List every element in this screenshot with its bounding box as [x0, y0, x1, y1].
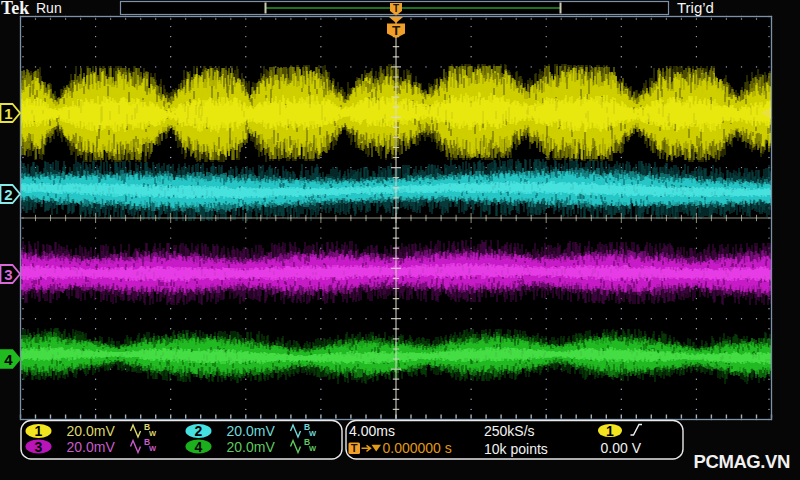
svg-text:PCMAG.VN: PCMAG.VN — [694, 451, 791, 472]
svg-text:2: 2 — [4, 186, 12, 203]
svg-text:0.00 V: 0.00 V — [601, 440, 642, 456]
svg-text:4: 4 — [4, 351, 13, 368]
svg-text:1: 1 — [606, 423, 614, 439]
svg-text:W: W — [149, 444, 157, 453]
svg-text:20.0mV: 20.0mV — [67, 423, 116, 439]
svg-text:T: T — [351, 442, 358, 454]
svg-text:T: T — [392, 23, 401, 38]
svg-text:10k points: 10k points — [484, 441, 548, 457]
svg-text:Trig’d: Trig’d — [677, 0, 714, 16]
svg-text:1: 1 — [35, 423, 43, 439]
svg-text:20.0mV: 20.0mV — [227, 439, 276, 455]
svg-text:4: 4 — [195, 439, 203, 455]
svg-text:Tek: Tek — [1, 0, 29, 18]
svg-text:Run: Run — [36, 0, 62, 16]
svg-text:T: T — [393, 3, 399, 14]
svg-text:20.0mV: 20.0mV — [227, 423, 276, 439]
svg-text:3: 3 — [4, 266, 12, 283]
svg-text:20.0mV: 20.0mV — [67, 439, 116, 455]
svg-text:2: 2 — [195, 423, 203, 439]
svg-text:W: W — [149, 429, 157, 438]
svg-text:250kS/s: 250kS/s — [484, 423, 535, 439]
svg-text:3: 3 — [35, 439, 43, 455]
svg-text:W: W — [309, 429, 317, 438]
svg-text:W: W — [309, 444, 317, 453]
svg-text:0.000000 s: 0.000000 s — [383, 440, 452, 456]
svg-text:4.00ms: 4.00ms — [349, 423, 395, 439]
svg-text:1: 1 — [4, 105, 12, 122]
